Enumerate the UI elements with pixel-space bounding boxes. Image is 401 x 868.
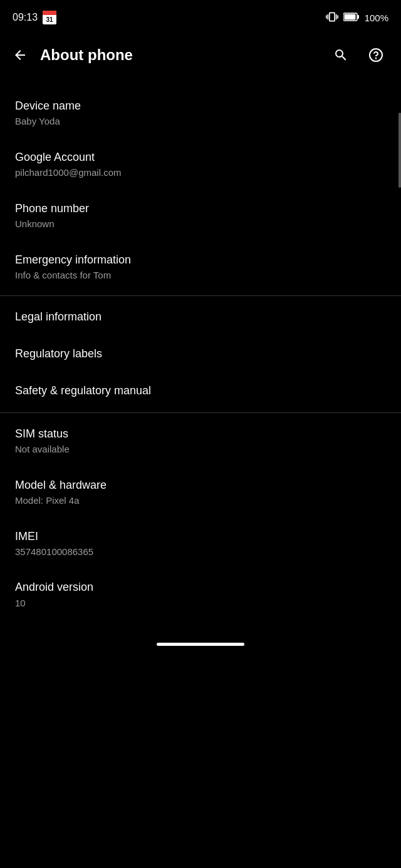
settings-item-device-name[interactable]: Device name Baby Yoda <box>0 88 401 139</box>
svg-rect-1 <box>357 15 359 19</box>
item-subtitle-emergency-information: Info & contacts for Tom <box>15 269 386 282</box>
item-title-legal-information: Legal information <box>15 310 386 324</box>
svg-point-4 <box>376 58 377 59</box>
battery-percent: 100% <box>365 13 388 23</box>
settings-item-regulatory-labels[interactable]: Regulatory labels <box>0 335 401 372</box>
status-time-area: 09:13 31 <box>13 11 56 24</box>
app-bar: About phone <box>0 33 401 78</box>
scrollbar[interactable] <box>398 113 401 188</box>
settings-item-android-version[interactable]: Android version 10 <box>0 569 401 620</box>
divider-bottom <box>0 412 401 413</box>
item-subtitle-google-account: pilchard1000@gmail.com <box>15 166 386 179</box>
item-subtitle-device-name: Baby Yoda <box>15 115 386 128</box>
item-subtitle-sim-status: Not available <box>15 443 386 456</box>
calendar-icon: 31 <box>43 11 56 24</box>
item-subtitle-imei: 357480100086365 <box>15 546 386 558</box>
search-button[interactable] <box>326 40 356 70</box>
bottom-home-indicator <box>0 633 401 658</box>
vibrate-icon <box>326 11 338 25</box>
help-button[interactable] <box>361 40 391 70</box>
item-title-emergency-information: Emergency information <box>15 253 386 267</box>
item-title-device-name: Device name <box>15 99 386 113</box>
item-title-sim-status: SIM status <box>15 427 386 441</box>
item-subtitle-phone-number: Unknown <box>15 218 386 230</box>
battery-icon <box>343 11 360 25</box>
status-time: 09:13 <box>13 12 38 23</box>
item-title-safety-regulatory-manual: Safety & regulatory manual <box>15 384 386 398</box>
settings-item-model-hardware[interactable]: Model & hardware Model: Pixel 4a <box>0 467 401 518</box>
divider-top <box>0 295 401 296</box>
settings-list: Device name Baby Yoda Google Account pil… <box>0 78 401 620</box>
item-title-google-account: Google Account <box>15 150 386 165</box>
item-subtitle-model-hardware: Model: Pixel 4a <box>15 494 386 507</box>
back-button[interactable] <box>5 40 35 70</box>
settings-item-safety-regulatory-manual[interactable]: Safety & regulatory manual <box>0 372 401 409</box>
settings-item-imei[interactable]: IMEI 357480100086365 <box>0 518 401 569</box>
settings-item-phone-number[interactable]: Phone number Unknown <box>0 190 401 242</box>
settings-item-sim-status[interactable]: SIM status Not available <box>0 416 401 467</box>
svg-rect-2 <box>344 14 355 19</box>
status-bar: 09:13 31 100% <box>0 0 401 33</box>
page-title: About phone <box>40 46 326 64</box>
settings-item-google-account[interactable]: Google Account pilchard1000@gmail.com <box>0 139 401 190</box>
settings-item-emergency-information[interactable]: Emergency information Info & contacts fo… <box>0 242 401 293</box>
status-icons: 100% <box>326 11 388 25</box>
item-title-imei: IMEI <box>15 529 386 544</box>
app-bar-actions <box>326 40 391 70</box>
item-title-android-version: Android version <box>15 580 386 595</box>
item-title-model-hardware: Model & hardware <box>15 478 386 493</box>
item-title-phone-number: Phone number <box>15 202 386 216</box>
home-indicator-bar <box>157 643 244 646</box>
settings-item-legal-information[interactable]: Legal information <box>0 299 401 335</box>
item-subtitle-android-version: 10 <box>15 597 386 610</box>
item-title-regulatory-labels: Regulatory labels <box>15 347 386 361</box>
